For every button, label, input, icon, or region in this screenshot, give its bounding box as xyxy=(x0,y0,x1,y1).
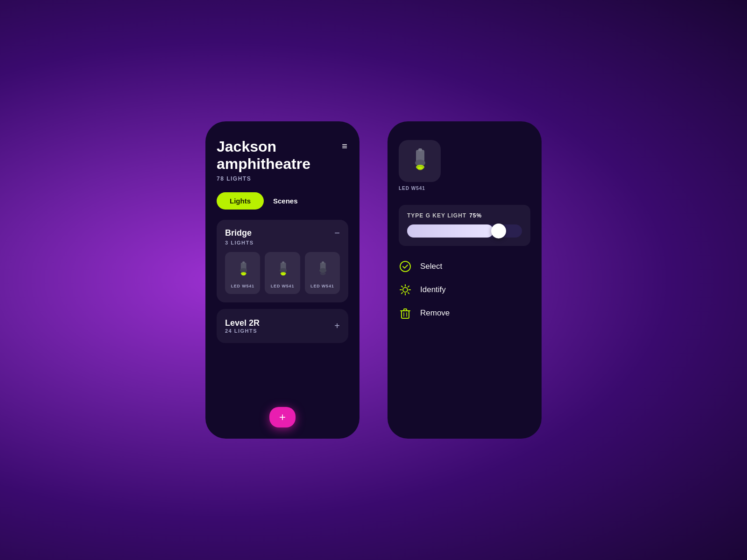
sun-icon xyxy=(399,283,412,296)
group-bridge-name: Bridge xyxy=(225,228,252,238)
phone-1: Jackson amphitheatre ≡ 78 LIGHTS Lights … xyxy=(205,121,359,439)
group-level2r-info: Level 2R 24 LIGHTS xyxy=(225,318,260,334)
venue-title: Jackson amphitheatre xyxy=(217,138,310,173)
svg-point-19 xyxy=(400,261,410,272)
spotlight-icon-2 xyxy=(273,259,292,279)
brightness-slider[interactable] xyxy=(407,224,522,238)
svg-rect-9 xyxy=(282,261,284,263)
select-icon-svg xyxy=(399,260,411,273)
action-list: Select xyxy=(399,260,530,320)
spotlight-icon-1 xyxy=(233,259,253,279)
group-bridge-header: Bridge − xyxy=(225,228,340,238)
svg-point-12 xyxy=(320,272,326,275)
lights-count: 78 LIGHTS xyxy=(217,175,348,182)
slider-thumb[interactable] xyxy=(491,224,506,238)
group-level2r: Level 2R 24 LIGHTS + xyxy=(217,309,348,343)
svg-rect-4 xyxy=(242,261,245,263)
phone-2: LED W541 TYPE G KEY LIGHT75% Select xyxy=(388,121,542,439)
trash-icon xyxy=(399,307,412,320)
action-remove-label: Remove xyxy=(420,308,450,318)
svg-line-26 xyxy=(408,293,409,294)
group-bridge-count: 3 LIGHTS xyxy=(225,240,340,245)
led-icon-big xyxy=(399,140,441,182)
light-item-1[interactable]: LED W541 xyxy=(225,252,260,294)
group-level2r-name: Level 2R xyxy=(225,318,260,328)
svg-line-28 xyxy=(402,293,402,294)
identify-icon-svg xyxy=(399,284,411,296)
led-label-big: LED W541 xyxy=(399,186,530,191)
bridge-lights-list: LED W541 LED W541 xyxy=(225,252,340,294)
svg-rect-31 xyxy=(404,309,407,311)
group-level2r-count: 24 LIGHTS xyxy=(225,328,260,334)
header: Jackson amphitheatre ≡ xyxy=(217,138,348,173)
tab-row: Lights Scenes xyxy=(217,192,348,210)
svg-point-20 xyxy=(403,287,408,292)
add-fab-button[interactable]: + xyxy=(269,407,296,427)
led-spotlight-icon xyxy=(406,147,434,175)
group-bridge-toggle[interactable]: − xyxy=(334,228,340,238)
light-label-1: LED W541 xyxy=(231,284,254,288)
brightness-card: TYPE G KEY LIGHT75% xyxy=(399,205,530,246)
action-select-label: Select xyxy=(420,262,442,271)
light-icon-3 xyxy=(310,258,334,281)
tab-scenes[interactable]: Scenes xyxy=(273,197,298,205)
light-item-3[interactable]: LED W541 xyxy=(305,252,340,294)
remove-icon-svg xyxy=(400,307,411,319)
svg-line-25 xyxy=(402,286,402,287)
svg-rect-29 xyxy=(402,311,409,318)
light-item-2[interactable]: LED W541 xyxy=(265,252,300,294)
group-bridge: Bridge − 3 LIGHTS xyxy=(217,220,348,302)
svg-line-27 xyxy=(408,286,409,287)
group-level2r-toggle[interactable]: + xyxy=(334,321,340,330)
light-label-2: LED W541 xyxy=(271,284,294,288)
menu-icon[interactable]: ≡ xyxy=(342,141,348,152)
action-identify[interactable]: Identify xyxy=(399,283,530,296)
action-remove[interactable]: Remove xyxy=(399,307,530,320)
check-circle-icon xyxy=(399,260,412,273)
light-label-3: LED W541 xyxy=(310,284,334,288)
svg-point-3 xyxy=(241,273,245,275)
action-select[interactable]: Select xyxy=(399,260,530,273)
svg-rect-13 xyxy=(322,261,324,263)
svg-rect-18 xyxy=(418,148,422,151)
slider-fill xyxy=(407,224,493,238)
action-identify-label: Identify xyxy=(420,285,446,294)
svg-point-17 xyxy=(417,167,423,170)
svg-point-8 xyxy=(281,273,285,275)
light-icon-1 xyxy=(231,258,254,281)
tab-lights[interactable]: Lights xyxy=(217,192,264,210)
spotlight-icon-3 xyxy=(312,259,332,279)
brightness-label: TYPE G KEY LIGHT75% xyxy=(407,212,522,219)
light-icon-2 xyxy=(271,258,294,281)
